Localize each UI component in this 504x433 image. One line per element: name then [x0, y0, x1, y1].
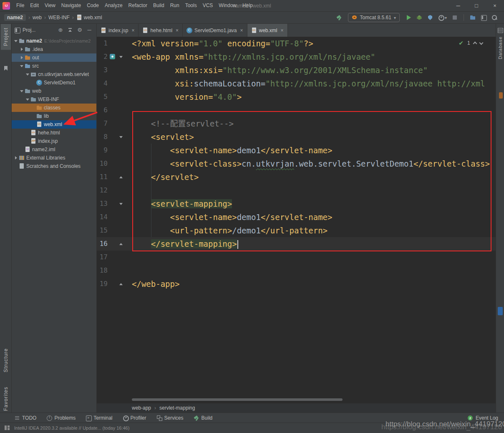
tree-item-external-libraries[interactable]: External Libraries [12, 154, 96, 162]
tree-item-src[interactable]: src [12, 62, 96, 70]
xml-breadcrumb-servlet-mapping[interactable]: servlet-mapping [159, 405, 195, 411]
toolwindow-services[interactable]: Services [156, 415, 184, 421]
menu-tools[interactable]: Tools [182, 0, 200, 11]
tree-item-cn-utkvrjan-web-servlet[interactable]: cn.utkvrjan.web.servlet [12, 70, 96, 78]
tab-close-icon[interactable]: × [131, 28, 134, 33]
code-line-7[interactable]: 7 <!--配置servlet--> [97, 117, 496, 130]
coverage-button[interactable] [426, 14, 434, 21]
menu-edit[interactable]: Edit [27, 0, 42, 11]
hammer-button[interactable] [335, 14, 343, 21]
code-line-19[interactable]: 19</web-app> [97, 277, 496, 291]
breadcrumb-name2[interactable]: name2 [4, 14, 26, 21]
next-warning-icon[interactable] [479, 41, 483, 45]
editor[interactable]: 1<?xml version="1.0" encoding="UTF-8"?>2… [97, 37, 496, 403]
menu-build[interactable]: Build [150, 0, 167, 11]
layout-button[interactable] [480, 14, 487, 21]
code-line-4[interactable]: 4 xsi:schemaLocation="http://xmlns.jcp.o… [97, 77, 496, 90]
horizontal-scrollbar[interactable] [132, 398, 343, 401]
tree-item-name2[interactable]: name2 E:\IdeaProjects\name2 [12, 37, 96, 45]
fold-end-icon[interactable] [119, 282, 123, 286]
editor-tab-servletdemo1-java[interactable]: ServletDemo1.java× [183, 24, 247, 37]
code-line-2[interactable]: 2<web-app xmlns="http://xmlns.jcp.org/xm… [97, 50, 496, 63]
breadcrumb-web[interactable]: web [33, 15, 42, 20]
tree-expand-icon[interactable] [20, 56, 23, 59]
open-folder-button[interactable] [469, 14, 476, 21]
prev-warning-icon[interactable] [473, 42, 477, 46]
tree-item-hehe-html[interactable]: hehe.html [12, 129, 96, 137]
tree-expand-icon[interactable] [20, 48, 23, 51]
tree-expand-icon[interactable] [14, 156, 18, 160]
collapse-icon[interactable] [67, 27, 73, 33]
code-line-1[interactable]: 1<?xml version="1.0" encoding="UTF-8"?> [97, 37, 496, 50]
tree-item-idea[interactable]: .idea [12, 45, 96, 53]
tree-collapse-icon[interactable] [26, 98, 29, 101]
tree-item-servletdemo1[interactable]: ServletDemo1 [12, 78, 96, 87]
fold-collapse-icon[interactable] [119, 135, 123, 139]
status-message[interactable]: IntelliJ IDEA 2020.3.2 available // Upda… [14, 425, 129, 430]
code-line-15[interactable]: 15 <url-pattern>/demo1</url-pattern> [97, 224, 496, 237]
run-config-select[interactable]: Tomcat 8.5.61▾ [348, 13, 400, 22]
stripe-tab-database[interactable]: Database [496, 35, 504, 61]
minus-icon[interactable]: ─ [86, 27, 92, 33]
code-line-13[interactable]: 13 <servlet-mapping> [97, 197, 496, 210]
tree-item-index-jsp[interactable]: index.jsp [12, 137, 96, 145]
code-line-18[interactable]: 18 [97, 264, 496, 277]
tree-item-classes[interactable]: classes [12, 104, 96, 112]
stripe-tab-structure[interactable]: Structure [1, 344, 11, 376]
tree-item-out[interactable]: out [12, 53, 96, 62]
menu-refactor[interactable]: Refactor [126, 0, 150, 11]
code-line-10[interactable]: 10 <servlet-class>cn.utkvrjan.web.servle… [97, 157, 496, 170]
search-button[interactable] [491, 14, 498, 21]
toolwindow-problems[interactable]: Problems [46, 415, 76, 421]
tab-close-icon[interactable]: × [281, 28, 284, 33]
inspection-widget[interactable]: ✔1 [458, 40, 483, 46]
tree-item-lib[interactable]: lib [12, 112, 96, 120]
window-close-button[interactable]: × [486, 0, 504, 11]
gear-icon[interactable]: ⚙ [77, 27, 83, 33]
fold-collapse-icon[interactable] [119, 55, 123, 59]
menu-analyze[interactable]: Analyze [102, 0, 126, 11]
bookmark-icon[interactable] [3, 66, 9, 71]
tree-collapse-icon[interactable] [20, 89, 23, 93]
menu-window[interactable]: Window [216, 0, 239, 11]
menu-help[interactable]: Help [239, 0, 256, 11]
breadcrumb-web-inf[interactable]: WEB-INF [48, 15, 70, 20]
tab-close-icon[interactable]: × [176, 28, 179, 33]
editor-tab-web-xml[interactable]: web.xml× [247, 24, 288, 37]
xml-breadcrumb-web-app[interactable]: web-app [132, 405, 151, 411]
code-line-3[interactable]: 3 xmlns:xsi="http://www.w3.org/2001/XMLS… [97, 63, 496, 77]
profiler-button[interactable]: ▾ [437, 14, 448, 21]
editor-tab-hehe-html[interactable]: hehe.html× [139, 24, 183, 37]
editor-tab-index-jsp[interactable]: index.jsp× [97, 24, 139, 37]
code-line-9[interactable]: 9 <servlet-name>demo1</servlet-name> [97, 144, 496, 157]
project-view-selector[interactable]: Proj... [23, 27, 35, 33]
tree-item-web-inf[interactable]: WEB-INF [12, 95, 96, 104]
tree-collapse-icon[interactable] [14, 39, 18, 43]
toolwindow-switcher-icon[interactable] [4, 425, 10, 431]
tree-item-name2-iml[interactable]: name2.iml [12, 145, 96, 154]
code-line-6[interactable]: 6 [97, 104, 496, 117]
toolwindow-build[interactable]: Build [194, 415, 213, 421]
menu-code[interactable]: Code [84, 0, 102, 11]
tab-close-icon[interactable]: × [240, 28, 243, 33]
code-line-12[interactable]: 12 [97, 184, 496, 197]
menu-file[interactable]: File [13, 0, 27, 11]
event-log-button[interactable]: 2 Event Log [468, 415, 498, 421]
tree-collapse-icon[interactable] [26, 73, 29, 76]
toolwindow-todo[interactable]: TODO [14, 415, 36, 421]
tree-item-web[interactable]: web [12, 87, 96, 95]
fold-end-icon[interactable] [119, 175, 123, 179]
code-line-17[interactable]: 17 [97, 251, 496, 264]
toolwindow-profiler[interactable]: Profiler [123, 415, 146, 421]
menu-run[interactable]: Run [167, 0, 182, 11]
stop-button[interactable] [451, 14, 459, 21]
tree-item-web-xml[interactable]: web.xml [12, 120, 96, 129]
run-button[interactable] [405, 14, 412, 21]
code-line-5[interactable]: 5 version="4.0"> [97, 90, 496, 104]
toolwindow-terminal[interactable]: Terminal [86, 415, 112, 421]
window-maximize-button[interactable]: □ [467, 0, 486, 11]
code-line-8[interactable]: 8 <servlet> [97, 130, 496, 144]
menu-vcs[interactable]: VCS [200, 0, 216, 11]
tree-collapse-icon[interactable] [20, 64, 23, 68]
stripe-tab-project[interactable]: Project [1, 24, 11, 50]
